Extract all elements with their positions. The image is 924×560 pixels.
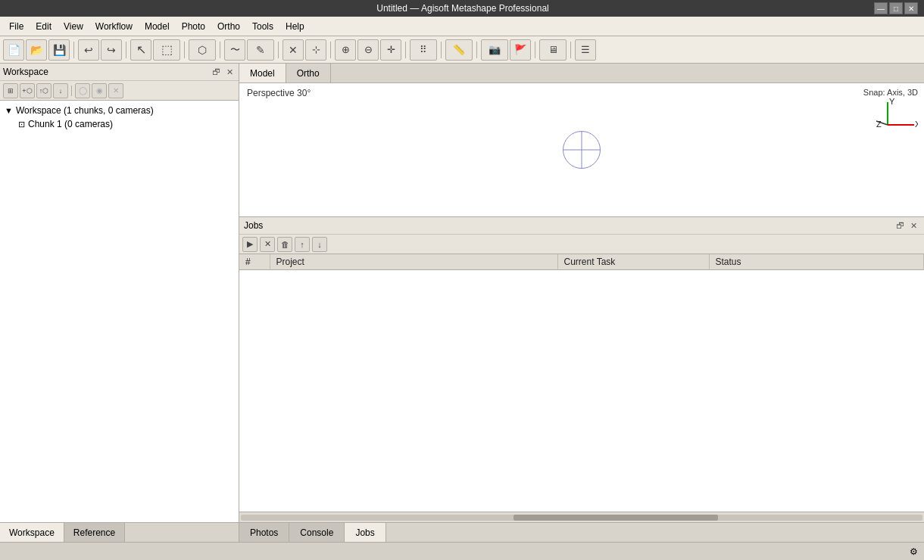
jobs-col-task: Current Task (557, 254, 709, 270)
transform-button[interactable]: ⬡ (189, 39, 216, 61)
tab-reference-label: Reference (73, 527, 115, 538)
camera-button[interactable]: 📷 (481, 39, 508, 61)
tab-console[interactable]: Console (289, 523, 345, 542)
chunk-item[interactable]: ⊡ Chunk 1 (0 cameras) (0, 117, 239, 131)
workspace-toolbar: ⊞ +⬡ ↑⬡ ↓ ◯ ◉ ✕ (0, 80, 239, 100)
viewport-canvas (239, 83, 924, 216)
jobs-delete-button[interactable]: 🗑 (277, 237, 292, 252)
main-content: Workspace 🗗 ✕ ⊞ +⬡ ↑⬡ ↓ ◯ ◉ ✕ ▼ Workspac… (0, 64, 924, 542)
workspace-icon: ▼ (5, 106, 13, 115)
tab-jobs[interactable]: Jobs (345, 523, 386, 542)
maximize-button[interactable]: □ (889, 2, 903, 14)
workspace-close-button[interactable]: ✕ (223, 66, 236, 78)
jobs-col-project: Project (270, 254, 557, 270)
workspace-root-label: Workspace (1 chunks, 0 cameras) (16, 105, 154, 116)
ws-close2-button[interactable]: ✕ (108, 83, 123, 98)
jobs-table-container[interactable]: # Project Current Task Status (239, 254, 924, 512)
jobs-scrollbar[interactable] (239, 512, 924, 522)
jobs-controls: 🗗 ✕ (894, 219, 919, 232)
jobs-close-button[interactable]: ✕ (907, 219, 919, 232)
menu-item-view[interactable]: View (58, 20, 89, 33)
ws-disable-button[interactable]: ◯ (75, 83, 90, 98)
tab-jobs-label: Jobs (355, 527, 374, 538)
workspace-restore-button[interactable]: 🗗 (210, 66, 222, 78)
open-button[interactable]: 📂 (26, 39, 47, 61)
toolbar-separator-11 (570, 42, 571, 58)
left-panel: Workspace 🗗 ✕ ⊞ +⬡ ↑⬡ ↓ ◯ ◉ ✕ ▼ Workspac… (0, 64, 239, 542)
fit-button[interactable]: ✛ (380, 39, 401, 61)
jobs-header-row: # Project Current Task Status (239, 254, 924, 270)
axis-indicator: Snap: Axis, 3D Y X Z (863, 88, 918, 129)
zoom-out-button[interactable]: ⊖ (357, 39, 379, 61)
paint-button[interactable]: ✎ (247, 39, 274, 61)
ruler-button[interactable]: 📏 (445, 39, 473, 61)
tab-workspace[interactable]: Workspace (0, 523, 64, 542)
toolbar-separator-7 (405, 42, 406, 58)
svg-text:Y: Y (889, 98, 895, 106)
display-button[interactable]: 🖥 (539, 39, 567, 61)
flag-button[interactable]: 🚩 (510, 39, 531, 61)
viewport[interactable]: Perspective 30° Snap: Axis, 3D Y X Z (239, 83, 924, 216)
list-button[interactable]: ☰ (575, 39, 596, 61)
delete-button[interactable]: ✕ (283, 39, 304, 61)
menu-item-model[interactable]: Model (139, 20, 176, 33)
menu-item-workflow[interactable]: Workflow (89, 20, 139, 33)
minimize-button[interactable]: — (874, 2, 888, 14)
menu-item-help[interactable]: Help (279, 20, 311, 33)
window-controls: — □ ✕ (874, 2, 918, 14)
title-bar: Untitled — Agisoft Metashape Professiona… (0, 0, 924, 17)
jobs-title: Jobs (244, 220, 263, 231)
tab-model[interactable]: Model (239, 64, 286, 82)
menu-item-ortho[interactable]: Ortho (211, 20, 246, 33)
workspace-title-row: Workspace 🗗 ✕ (0, 64, 239, 80)
tab-ortho-label: Ortho (297, 68, 320, 79)
scrollbar-track[interactable] (241, 515, 922, 521)
crosshair-circle (563, 131, 601, 169)
view-tabs: Model Ortho (239, 64, 924, 83)
lasso-button[interactable]: 〜 (224, 39, 245, 61)
workspace-root-item[interactable]: ▼ Workspace (1 chunks, 0 cameras) (0, 104, 239, 117)
workspace-title: Workspace (3, 67, 48, 77)
save-button[interactable]: 💾 (48, 39, 70, 61)
toolbar-separator-9 (476, 42, 477, 58)
tab-ortho[interactable]: Ortho (286, 64, 331, 82)
chunk-icon: ⊡ (18, 120, 25, 129)
ws-separator (71, 86, 72, 96)
status-bar: ⚙ (0, 542, 924, 560)
status-icon: ⚙ (910, 546, 918, 557)
jobs-start-button[interactable]: ▶ (242, 237, 258, 252)
chunk-label: Chunk 1 (0 cameras) (28, 119, 113, 129)
ws-grid-button[interactable]: ⊞ (3, 83, 18, 98)
jobs-panel: Jobs 🗗 ✕ ▶ ✕ 🗑 ↑ ↓ (239, 216, 924, 542)
menu-item-file[interactable]: File (3, 20, 30, 33)
ws-circle2-button[interactable]: ◉ (92, 83, 107, 98)
crop-button[interactable]: ⊹ (305, 39, 326, 61)
jobs-restore-button[interactable]: 🗗 (894, 219, 906, 232)
jobs-up-button[interactable]: ↑ (295, 237, 310, 252)
zoom-in-button[interactable]: ⊕ (335, 39, 356, 61)
grid-button[interactable]: ⠿ (410, 39, 437, 61)
jobs-col-status: Status (709, 254, 924, 270)
scrollbar-thumb[interactable] (514, 515, 718, 521)
ws-remove-button[interactable]: ↑⬡ (36, 83, 52, 98)
ws-import-button[interactable]: ↓ (53, 83, 68, 98)
close-button[interactable]: ✕ (904, 2, 918, 14)
new-button[interactable]: 📄 (3, 39, 24, 61)
jobs-down-button[interactable]: ↓ (312, 237, 327, 252)
tab-photos[interactable]: Photos (239, 523, 289, 542)
toolbar-separator-6 (330, 42, 331, 58)
redo-button[interactable]: ↪ (101, 39, 122, 61)
svg-text:X: X (915, 120, 918, 129)
menu-item-edit[interactable]: Edit (30, 20, 58, 33)
menu-item-photo[interactable]: Photo (176, 20, 211, 33)
undo-button[interactable]: ↩ (78, 39, 99, 61)
menu-item-tools[interactable]: Tools (246, 20, 279, 33)
ws-add-chunk-button[interactable]: +⬡ (20, 83, 35, 98)
tab-reference[interactable]: Reference (64, 523, 125, 542)
toolbar: 📄 📂 💾 ↩ ↪ ↖ ⬚ ⬡ 〜 ✎ ✕ ⊹ ⊕ ⊖ ✛ ⠿ 📏 📷 🚩 🖥 … (0, 36, 924, 64)
jobs-toolbar: ▶ ✕ 🗑 ↑ ↓ (239, 234, 924, 254)
rect-select-button[interactable]: ⬚ (153, 39, 180, 61)
select-button[interactable]: ↖ (130, 39, 151, 61)
toolbar-separator-1 (73, 42, 74, 58)
jobs-stop-button[interactable]: ✕ (260, 237, 275, 252)
